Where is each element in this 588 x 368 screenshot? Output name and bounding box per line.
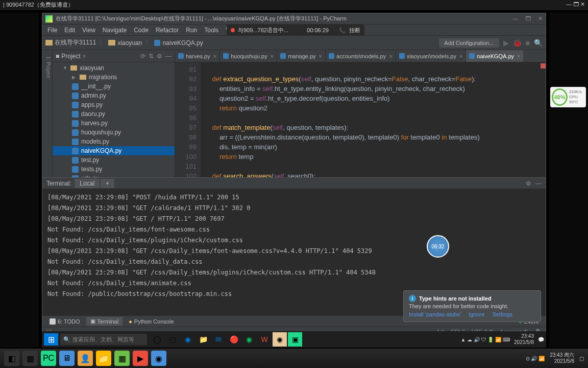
- window-title-bar[interactable]: 在线导学31111 [C:\Users\guo'min\Desktop\在线导学…: [42, 13, 546, 25]
- app-cortana[interactable]: ◯: [150, 332, 164, 347]
- start-button[interactable]: ⊞: [44, 333, 58, 346]
- taskbar-clock[interactable]: 23:432021/5/8: [514, 333, 534, 346]
- folder-icon: [45, 40, 53, 45]
- terminal-tab-add[interactable]: +: [101, 179, 114, 188]
- editor-tab[interactable]: accounts\models.py×: [326, 50, 396, 62]
- dock-app-6[interactable]: 📁: [96, 351, 111, 366]
- menu-tools[interactable]: Tools: [201, 26, 222, 35]
- app-pycharm[interactable]: ▣: [288, 332, 302, 347]
- floating-timer[interactable]: 06:32: [427, 235, 449, 258]
- tree-item-apps.py[interactable]: apps.py: [53, 100, 175, 109]
- editor-tab[interactable]: huoqushuju.py×: [220, 50, 277, 62]
- breadcrumb[interactable]: 在线导学31111 〉 xiaoyuan 〉 naiveKGQA.py: [45, 38, 203, 47]
- tree-item-xiaoyuan[interactable]: ▼xiaoyuan: [53, 63, 175, 73]
- tree-item-models.py[interactable]: models.py: [53, 137, 175, 146]
- pycharm-icon: [45, 15, 53, 22]
- tab-todo[interactable]: 6: TODO: [45, 317, 84, 326]
- tree-item-urls.py[interactable]: urls.py: [53, 174, 175, 177]
- tab-terminal[interactable]: ▣Terminal: [86, 317, 123, 326]
- app-chrome[interactable]: 🔴: [227, 332, 241, 347]
- tray-icons[interactable]: ▲ ☁ 🔊 🛡 🔋 📶 ⌨: [460, 337, 510, 342]
- app-mail[interactable]: ✉: [211, 332, 226, 347]
- app-unknown1[interactable]: ◉: [273, 332, 287, 347]
- dock-app-7[interactable]: ▦: [114, 351, 130, 366]
- tab-python-console[interactable]: ●Python Console: [125, 317, 178, 326]
- desktop-taskbar[interactable]: ◧ ▦ PC 🖥 👤 📁 ▦ ▶ ◉ ⊙ 🔊 📶 23:43 周六2021/5/…: [0, 349, 588, 368]
- voice-call-overlay[interactable]: 与909...782语音中... 00:06:29 📞 挂断: [227, 25, 364, 36]
- ignore-link[interactable]: Ignore: [469, 311, 484, 317]
- tree-item-__init__.py[interactable]: __init__.py: [53, 82, 175, 91]
- app-taskview[interactable]: ▢: [165, 332, 180, 347]
- desktop-clock[interactable]: 23:43 周六2021/5/8: [550, 352, 574, 364]
- editor-tab[interactable]: naiveKGQA.py×: [466, 50, 524, 62]
- project-tree[interactable]: ▼xiaoyuan▶migrations__init__.pyadmin.pya…: [53, 62, 175, 177]
- tree-item-harves.py[interactable]: harves.py: [53, 119, 175, 128]
- run-icon[interactable]: ▶: [503, 39, 509, 47]
- minimize-button[interactable]: —: [512, 15, 518, 22]
- show-desktop[interactable]: ▢: [579, 356, 584, 361]
- tree-item-huoqushuju.py[interactable]: huoqushuju.py: [53, 128, 175, 137]
- dock-pycharm[interactable]: PC: [41, 351, 56, 366]
- project-panel: ■Project ▾ ⟳⇅⚙— ▼xiaoyuan▶migrations__in…: [53, 50, 175, 177]
- pycharm-window: 在线导学31111 [C:\Users\guo'min\Desktop\在线导学…: [42, 13, 546, 337]
- app-wechat[interactable]: ◉: [242, 332, 256, 347]
- dock-app-1[interactable]: ◧: [4, 351, 19, 366]
- error-stripe[interactable]: [541, 63, 546, 68]
- editor-area: harves.py×huoqushuju.py×manage.py×accoun…: [175, 50, 546, 177]
- terminal-header[interactable]: Terminal: Local+ ⚙—: [42, 178, 546, 189]
- hangup-button[interactable]: 挂断: [349, 27, 360, 34]
- search-icon[interactable]: 🔍: [534, 39, 543, 47]
- menu-edit[interactable]: Edit: [61, 26, 78, 35]
- notification-center[interactable]: 💬: [538, 337, 544, 342]
- code-content[interactable]: def extract_question_e_types(self, quest…: [201, 62, 546, 177]
- dock-app-4[interactable]: 🖥: [59, 351, 75, 366]
- editor-tab[interactable]: harves.py×: [175, 50, 220, 62]
- editor-tab[interactable]: manage.py×: [277, 50, 326, 62]
- tab-project[interactable]: 1: Project: [44, 54, 52, 177]
- notification-popup[interactable]: iType hints are not installed They are n…: [403, 290, 541, 322]
- editor-tabs[interactable]: harves.py×huoqushuju.py×manage.py×accoun…: [175, 50, 546, 62]
- window-controls[interactable]: — 🗖 ✕: [512, 15, 543, 22]
- terminal-tab-local[interactable]: Local: [75, 179, 100, 188]
- app-edge[interactable]: ◉: [181, 332, 195, 347]
- dock-app-2[interactable]: ▦: [22, 351, 38, 366]
- tree-item-migrations[interactable]: ▶migrations: [53, 73, 175, 82]
- app-explorer[interactable]: 📁: [196, 332, 210, 347]
- python-icon: [154, 40, 160, 46]
- dock-app-9[interactable]: ◉: [151, 351, 166, 366]
- dock-app-5[interactable]: 👤: [78, 351, 93, 366]
- gear-icon[interactable]: ⚙: [526, 180, 531, 187]
- tray-icons-2[interactable]: ⊙ 🔊 📶: [526, 356, 545, 361]
- code-editor[interactable]: 919293949596979899100101102103 def extra…: [175, 62, 546, 177]
- menu-view[interactable]: View: [79, 26, 99, 35]
- dock-app-8[interactable]: ▶: [133, 351, 148, 366]
- minimize-icon[interactable]: —: [535, 180, 542, 187]
- tree-item-test.py[interactable]: test.py: [53, 155, 175, 165]
- stop-icon[interactable]: ■: [526, 39, 530, 47]
- maximize-button[interactable]: 🗖: [525, 15, 531, 22]
- menu-navigate[interactable]: Navigate: [100, 26, 130, 35]
- tree-item-admin.py[interactable]: admin.py: [53, 91, 175, 100]
- tree-item-tests.py[interactable]: tests.py: [53, 165, 175, 174]
- debug-icon[interactable]: 🐞: [513, 39, 522, 47]
- menu-refactor[interactable]: Refactor: [153, 26, 182, 35]
- menu-code[interactable]: Code: [131, 26, 152, 35]
- project-header[interactable]: ■Project ▾ ⟳⇅⚙—: [53, 50, 175, 62]
- tree-item-naiveKGQA.py[interactable]: naiveKGQA.py: [53, 146, 175, 155]
- performance-widget[interactable]: 48% 224K/sCPU 59°C: [550, 87, 586, 107]
- side-tool-tabs[interactable]: 1: Project 7: Structure 2: Favorites: [42, 50, 53, 177]
- close-button[interactable]: ✕: [538, 15, 543, 22]
- menu-run[interactable]: Run: [183, 26, 200, 35]
- taskbar-search[interactable]: 🔍 搜索应用、文档、网页等: [60, 334, 147, 345]
- install-link[interactable]: Install 'pandas-stubs': [409, 311, 461, 317]
- tree-item-daoru.py[interactable]: daoru.py: [53, 109, 175, 119]
- app-wps[interactable]: W: [257, 332, 272, 347]
- editor-tab[interactable]: xiaoyuan\models.py×: [396, 50, 467, 62]
- settings-link[interactable]: Settings: [492, 311, 512, 317]
- menu-file[interactable]: File: [44, 26, 60, 35]
- window-title: 在线导学31111 [C:\Users\guo'min\Desktop\在线导学…: [56, 15, 347, 22]
- windows-taskbar[interactable]: ⊞ 🔍 搜索应用、文档、网页等 ◯ ▢ ◉ 📁 ✉ 🔴 ◉ W ◉ ▣ ▲ ☁ …: [42, 331, 546, 348]
- line-numbers: 919293949596979899100101102103: [175, 62, 201, 177]
- left-dock: [0, 12, 39, 348]
- add-configuration-button[interactable]: Add Configuration...: [439, 38, 499, 48]
